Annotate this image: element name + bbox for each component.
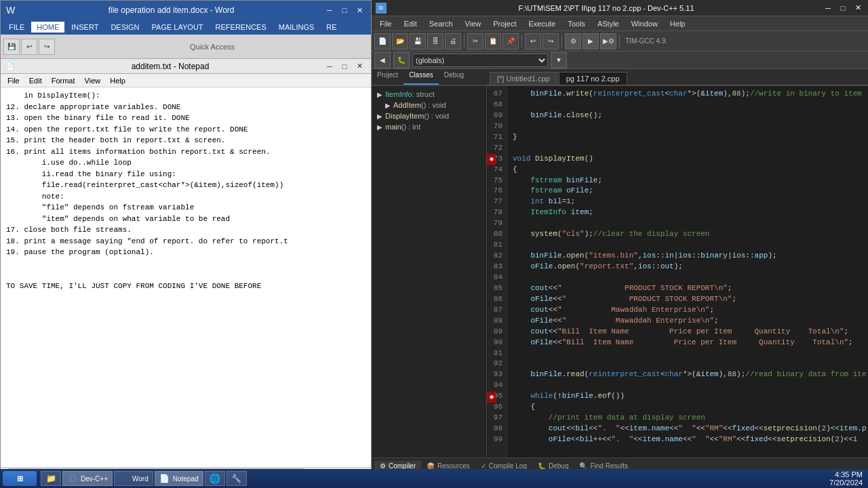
devcpp-main-area: ▶ ItemInfo : struct ▶ AddItem () : void … xyxy=(372,86,868,458)
devcpp-globals-select[interactable]: (globals) xyxy=(412,54,548,67)
devcpp-redo-btn[interactable]: ↪ xyxy=(542,33,559,49)
word-undo-btn[interactable]: ↩ xyxy=(21,39,37,55)
devcpp-toolbar: 📄 📂 💾 🗄 🖨 ✂ 📋 📌 ↩ ↪ ⚙ ▶ ▶⚙ TIM-GCC 4.9. xyxy=(372,31,868,52)
devcpp-copy-btn[interactable]: 📋 xyxy=(485,33,501,49)
devcpp-menu-search[interactable]: Search xyxy=(424,18,458,29)
notepad-menu-help[interactable]: Help xyxy=(106,76,130,85)
devcpp-menu-help[interactable]: Help xyxy=(665,18,691,29)
chrome-taskbar-icon: 🌐 xyxy=(210,473,220,484)
code-area[interactable]: binFile.write(reinterpret_cast<char*>(&i… xyxy=(507,86,868,458)
debug-icon: 🐛 xyxy=(538,462,546,470)
apps-icon: 🔧 xyxy=(231,473,242,484)
devcpp-run-btn[interactable]: ▶ xyxy=(583,33,599,49)
notepad-menu-view[interactable]: View xyxy=(81,76,105,85)
devcpp-globals-arrow-btn[interactable]: ▼ xyxy=(551,52,567,68)
devcpp-tab-untitled[interactable]: [*] Untitled1.cpp xyxy=(490,72,557,85)
notepad-minimize-button[interactable]: ─ xyxy=(323,60,336,73)
taskbar-item-apps[interactable]: 🔧 xyxy=(226,471,247,486)
notepad-maximize-button[interactable]: □ xyxy=(338,60,351,73)
devcpp-editor-tabs: [*] Untitled1.cpp pg 117 no 2.cpp xyxy=(487,69,868,85)
devcpp-cut-btn[interactable]: ✂ xyxy=(467,33,484,49)
devcpp-menu-window[interactable]: Window xyxy=(626,18,663,29)
word-minimize-button[interactable]: ─ xyxy=(323,4,336,16)
devcpp-compilerun-btn[interactable]: ▶⚙ xyxy=(600,33,616,49)
resources-icon: 📦 xyxy=(427,462,435,470)
tree-main[interactable]: ▶ main () : int xyxy=(374,121,484,132)
word-tab-file[interactable]: FILE xyxy=(3,22,30,33)
tree-additem[interactable]: ▶ AddItem () : void xyxy=(374,100,484,110)
sidebar-tab-classes[interactable]: Classes xyxy=(403,69,439,85)
devcpp-menu-execute[interactable]: Execute xyxy=(523,18,561,29)
taskbar-clock: 4:35 PM 7/20/2024 xyxy=(827,470,865,487)
sidebar-tab-debug[interactable]: Debug xyxy=(439,69,469,85)
word-save-btn[interactable]: 💾 xyxy=(3,39,20,55)
word-redo-btn[interactable]: ↪ xyxy=(39,39,55,55)
word-ribbon-tabs: FILE HOME INSERT DESIGN PAGE LAYOUT REFE… xyxy=(1,20,371,35)
taskbar-item-notepad[interactable]: 📄 Notepad xyxy=(155,471,203,486)
word-window: W file operation add item.docx - Word ─ … xyxy=(0,0,372,488)
word-tab-re[interactable]: RE xyxy=(321,22,342,33)
devcpp-debug-toggle-btn[interactable]: 🐛 xyxy=(393,52,410,68)
devcpp-minimize-button[interactable]: ─ xyxy=(822,2,834,14)
taskbar-time: 4:35 PM xyxy=(829,470,863,479)
word-tab-layout[interactable]: PAGE LAYOUT xyxy=(146,22,209,33)
devcpp-titlebar: D F:\UTM\SEM 2\PT II\pg 117 no 2.cpp - D… xyxy=(372,0,868,16)
devcpp-open-btn[interactable]: 📂 xyxy=(392,33,408,49)
word-tab-home[interactable]: HOME xyxy=(31,22,64,33)
devcpp-paste-btn[interactable]: 📌 xyxy=(502,33,519,49)
debug-marker-73: ◉ xyxy=(487,154,496,165)
notepad-taskbar-icon: 📄 xyxy=(159,473,170,484)
devcpp-tab-pg117[interactable]: pg 117 no 2.cpp xyxy=(559,72,627,85)
devcpp-new-btn[interactable]: 📄 xyxy=(374,33,391,49)
devcpp-taskbar-label: Dev-C++ xyxy=(81,475,108,483)
explorer-icon: 📁 xyxy=(45,473,56,484)
tree-main-label: main xyxy=(385,123,401,131)
tree-iteminfo-label: ItemInfo xyxy=(385,90,412,98)
taskbar-item-devcpp[interactable]: D Dev-C++ xyxy=(62,471,113,486)
devcpp-close-button[interactable]: ✕ xyxy=(852,2,864,14)
devcpp-code-editor[interactable]: 6768697071 7273747576 7778798081 8283848… xyxy=(487,86,868,458)
notepad-menu-format[interactable]: Format xyxy=(47,76,79,85)
word-tab-design[interactable]: DESIGN xyxy=(105,22,144,33)
word-maximize-button[interactable]: □ xyxy=(338,4,351,16)
notepad-menu-file[interactable]: File xyxy=(3,76,24,85)
notepad-titlebar: 📄 additem.txt - Notepad ─ □ ✕ xyxy=(1,59,371,74)
toolbar-sep-4 xyxy=(619,35,620,48)
devcpp-menu-tools[interactable]: Tools xyxy=(562,18,591,29)
word-tab-insert[interactable]: INSERT xyxy=(66,22,104,33)
notepad-menu-edit[interactable]: Edit xyxy=(25,76,46,85)
devcpp-menu-astyle[interactable]: AStyle xyxy=(592,18,625,29)
devcpp-menu-project[interactable]: Project xyxy=(488,18,521,29)
devcpp-menu-file[interactable]: File xyxy=(374,18,397,29)
devcpp-print-btn[interactable]: 🖨 xyxy=(445,33,461,49)
devcpp-save-btn[interactable]: 💾 xyxy=(410,33,426,49)
taskbar-item-chrome[interactable]: 🌐 xyxy=(205,471,225,486)
compiler-icon: ⚙ xyxy=(380,462,386,470)
word-tab-references[interactable]: REFERENCES xyxy=(210,22,272,33)
devcpp-undo-btn[interactable]: ↩ xyxy=(525,33,541,49)
sidebar-tab-project[interactable]: Project xyxy=(372,69,403,85)
taskbar-item-word[interactable]: W Word xyxy=(114,471,153,486)
tree-displayitem[interactable]: ▶ DisplayItem () : void xyxy=(374,110,484,121)
tree-iteminfo[interactable]: ▶ ItemInfo : struct xyxy=(374,89,484,100)
toolbar-sep-3 xyxy=(561,35,562,48)
devcpp-menubar: File Edit Search View Project Execute To… xyxy=(372,16,868,31)
devcpp-menu-view[interactable]: View xyxy=(460,18,487,29)
devcpp-window: D F:\UTM\SEM 2\PT II\pg 117 no 2.cpp - D… xyxy=(372,0,868,488)
tree-expand-icon-main: ▶ xyxy=(377,123,382,131)
taskbar-start-button[interactable]: ⊞ xyxy=(3,471,37,486)
notepad-taskbar-label: Notepad xyxy=(173,475,199,483)
devcpp-compile-btn[interactable]: ⚙ xyxy=(565,33,581,49)
devcpp-saveall-btn[interactable]: 🗄 xyxy=(427,33,443,49)
word-tab-mailings[interactable]: MAILINGS xyxy=(273,22,320,33)
notepad-content[interactable]: in DisplayItem(): 12. declare appropriat… xyxy=(1,87,371,488)
taskbar-item-explorer[interactable]: 📁 xyxy=(41,471,61,486)
devcpp-maximize-button[interactable]: □ xyxy=(837,2,849,14)
word-close-button[interactable]: ✕ xyxy=(353,4,366,16)
compiler-tab-label: Compiler xyxy=(389,462,416,470)
debug-tab-label: Debug xyxy=(549,462,568,470)
devcpp-menu-edit[interactable]: Edit xyxy=(399,18,422,29)
devcpp-sidebar-toggle-btn[interactable]: ◀ xyxy=(374,52,391,68)
word-ribbon-toolbar: 💾 ↩ ↪ Quick Access xyxy=(1,35,371,59)
notepad-close-button[interactable]: ✕ xyxy=(353,60,366,73)
